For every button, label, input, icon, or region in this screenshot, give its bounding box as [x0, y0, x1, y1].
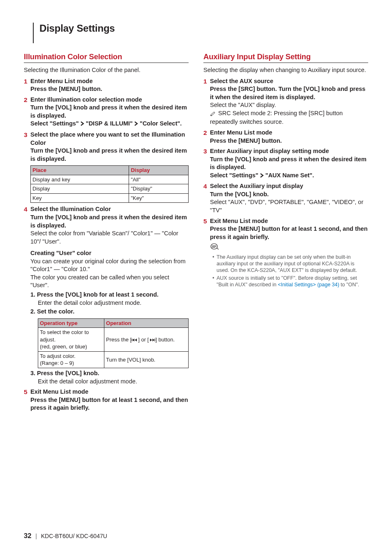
- step-line: Turn the [VOL] knob and press it when th…: [30, 104, 189, 120]
- left-column: Illumination Color Selection Selecting t…: [24, 52, 189, 412]
- table-row: To adjust color. (Range: 0 – 9) Turn the…: [38, 351, 189, 368]
- table-cell: Key: [31, 193, 129, 203]
- notes-list: The Auxiliary input display can be set o…: [210, 254, 368, 288]
- table-cell: Display: [31, 184, 129, 194]
- table-header: Display: [129, 166, 189, 175]
- operation-table: Operation type Operation To select the c…: [38, 318, 189, 368]
- chevron-right-icon: [134, 120, 138, 128]
- right-step-4: 4 Select the Auxiliary input display Tur…: [203, 182, 368, 214]
- table-cell: Display and key: [31, 175, 129, 184]
- list-item: The Auxiliary input display can be set o…: [212, 254, 368, 274]
- chevron-right-icon: [81, 120, 84, 128]
- text: SRC Select mode 2: Pressing the [SRC] bu…: [210, 110, 343, 125]
- text: (red, green, or blue): [40, 343, 87, 350]
- table-header: Operation: [104, 318, 189, 328]
- right-heading: Auxiliary Input Display Setting: [203, 52, 368, 63]
- step-line: Press the [MENU] button.: [30, 85, 189, 93]
- step-line: Press the [MENU] button.: [210, 137, 368, 145]
- footer-model: KDC-BT60U/ KDC-6047U: [41, 533, 107, 539]
- step-title: Select the Auxiliary input display: [210, 182, 368, 190]
- step-title: Exit Menu List mode: [30, 388, 189, 396]
- left-heading: Illumination Color Selection: [24, 52, 189, 63]
- text: ] or [: [138, 337, 149, 343]
- page-title: Display Settings: [39, 23, 368, 34]
- step-line: Turn the [VOL] knob and press it when th…: [30, 214, 189, 230]
- right-step-3: 3 Enter Auxiliary input display setting …: [203, 147, 368, 180]
- step-number: 4: [203, 182, 210, 214]
- table-row: Display "Display": [31, 184, 189, 194]
- step-title: Select the place where you want to set t…: [30, 131, 189, 147]
- step-number: 3: [203, 147, 210, 180]
- step-line: The color you created can be called when…: [30, 274, 189, 290]
- table-cell: Press the [] or [] button.: [104, 328, 189, 352]
- substep: 2. Set the color.: [30, 308, 189, 316]
- step-number: 3: [24, 131, 30, 203]
- step-line: Turn the [VOL] knob.: [210, 190, 368, 199]
- step-line: Select the "AUX" display.: [210, 101, 368, 109]
- prev-track-icon: [131, 337, 138, 343]
- left-step-5: 5 Exit Menu List mode Press the [MENU] b…: [24, 388, 189, 412]
- right-step-1: 1 Select the AUX source Press the [SRC] …: [203, 77, 368, 126]
- left-step-2: 2 Enter Illumination color selection mod…: [24, 96, 189, 128]
- footer: 32 | KDC-BT60U/ KDC-6047U: [24, 532, 107, 540]
- step-line: Select the color from "Variable Scan"/ "…: [30, 230, 189, 246]
- step-line: Select "AUX", "DVD", "PORTABLE", "GAME",…: [210, 198, 368, 214]
- table-cell: To adjust color. (Range: 0 – 9): [38, 351, 104, 368]
- table-header-row: Operation type Operation: [38, 318, 189, 328]
- note-line: SRC Select mode 2: Pressing the [SRC] bu…: [210, 109, 368, 126]
- text: To adjust color.: [40, 353, 76, 359]
- table-cell: "All": [129, 175, 189, 184]
- step-line: Turn the [VOL] knob and press it when th…: [30, 147, 189, 163]
- left-step-1: 1 Enter Menu List mode Press the [MENU] …: [24, 77, 189, 93]
- step-title: Enter Menu List mode: [30, 77, 189, 86]
- step-line: Press the [MENU] button for at least 1 s…: [30, 396, 189, 412]
- text: To select the color to adjust.: [40, 329, 89, 343]
- left-intro: Selecting the Illumination Color of the …: [24, 66, 189, 74]
- step-number: 4: [24, 205, 30, 385]
- table-row: To select the color to adjust. (red, gre…: [38, 328, 189, 352]
- substep-line: Exit the detail color adjustment mode.: [30, 378, 189, 386]
- right-column: Auxiliary Input Display Setting Selectin…: [203, 52, 368, 412]
- text: Press the [: [106, 337, 131, 343]
- text: Select "Settings": [210, 172, 258, 179]
- pencil-note-icon: [210, 110, 216, 118]
- step-title: Exit Menu List mode: [210, 217, 368, 225]
- step-number: 5: [203, 217, 210, 289]
- step-number: 5: [24, 388, 30, 412]
- text: (Range: 0 – 9): [40, 360, 74, 366]
- next-track-icon: [149, 337, 155, 343]
- step-title: Select the Illumination Color: [30, 205, 189, 214]
- link-initial-settings[interactable]: <Initial Settings> (page 34): [278, 282, 339, 288]
- step-line: You can create your original color durin…: [30, 258, 189, 274]
- text: to "ON".: [339, 282, 359, 288]
- right-intro: Selecting the display when changing to A…: [203, 66, 368, 74]
- text: ] button.: [155, 337, 175, 343]
- step-line: Select "Settings" "DISP & ILLUMI" "Color…: [30, 120, 189, 128]
- list-item: AUX source is initially set to "OFF". Be…: [212, 275, 368, 288]
- step-line: Press the [MENU] button for at least 1 s…: [210, 225, 368, 241]
- page-number: 32: [24, 532, 31, 539]
- table-header-row: Place Display: [31, 166, 189, 175]
- table-header: Place: [31, 166, 129, 175]
- right-step-5: 5 Exit Menu List mode Press the [MENU] b…: [203, 217, 368, 289]
- table-cell: "Key": [129, 193, 189, 203]
- substep: 3. Press the [VOL] knob.: [30, 369, 189, 378]
- text: "DISP & ILLUMI": [86, 120, 133, 127]
- info-icon: [210, 243, 368, 253]
- step-title: Enter Illumination color selection mode: [30, 96, 189, 104]
- table-cell: To select the color to adjust. (red, gre…: [38, 328, 104, 352]
- right-step-2: 2 Enter Menu List mode Press the [MENU] …: [203, 129, 368, 145]
- table-cell: "Display": [129, 184, 189, 194]
- content-columns: Illumination Color Selection Selecting t…: [24, 52, 368, 412]
- substep: 1. Press the [VOL] knob for at least 1 s…: [30, 291, 189, 299]
- chevron-right-icon: [260, 172, 264, 180]
- step-line: Press the [SRC] button. Turn the [VOL] k…: [210, 85, 368, 101]
- text: Select "Settings": [30, 120, 79, 127]
- table-row: Key "Key": [31, 193, 189, 203]
- table-row: Display and key "All": [31, 175, 189, 184]
- step-number: 2: [24, 96, 30, 128]
- step-line: Select "Settings" "AUX Name Set".: [210, 172, 368, 180]
- user-color-heading: Creating "User" color: [30, 249, 189, 258]
- step-title: Select the AUX source: [210, 77, 368, 86]
- step-number: 1: [203, 77, 210, 126]
